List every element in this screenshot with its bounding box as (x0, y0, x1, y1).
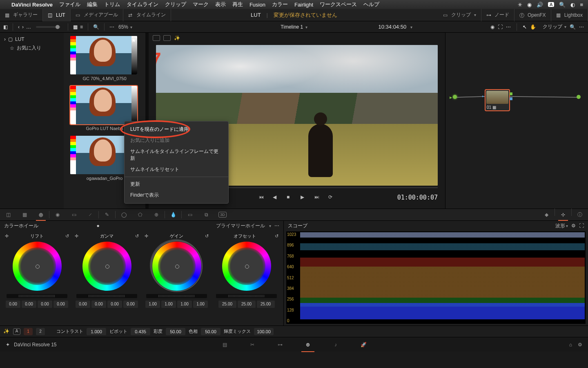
list-view-icon[interactable]: ≡ (80, 24, 83, 30)
page-2-tab[interactable]: 2 (36, 328, 45, 335)
spotlight-icon[interactable]: 🔍 (559, 2, 566, 8)
lut-tab[interactable]: ◫LUT (43, 9, 71, 21)
ctx-update-thumbnail[interactable]: サムネイルをタイムラインフレームで更新 (125, 146, 228, 164)
waveform-scope[interactable]: 10238967686405123842561280 (286, 231, 586, 324)
contrast-value[interactable]: 1.000 (87, 328, 106, 335)
nav-fwd-icon[interactable]: › (22, 24, 24, 30)
gain-master-slider[interactable] (146, 294, 207, 298)
step-back-icon[interactable]: ◀ (273, 194, 279, 201)
gain-y[interactable]: 1.00 (145, 301, 160, 308)
mediapool-tab[interactable]: ▭メディアプール (71, 9, 123, 21)
menu-mark[interactable]: マーク (193, 1, 209, 8)
nodes-options-icon[interactable]: ⋯ (579, 24, 584, 30)
scope-mode-dropdown[interactable]: 波形▾ (555, 222, 568, 229)
lut-thumb[interactable]: ★ GC 70%_4.MVI_0750 (70, 36, 139, 81)
menu-fusion[interactable]: Fusion (249, 2, 265, 8)
gamma-r[interactable]: 0.00 (91, 301, 106, 308)
wheels-mode-dropdown[interactable]: プライマリーホイール▾⋯ (216, 222, 279, 229)
offset-master-slider[interactable] (216, 294, 277, 298)
viewer-mode-2-icon[interactable] (163, 35, 171, 41)
nav-back-icon[interactable]: ‹ (18, 24, 20, 30)
menu-view[interactable]: 表示 (215, 1, 226, 8)
color-node[interactable]: ▸ 01▦ (485, 89, 510, 111)
page-1-tab[interactable]: 1 (24, 328, 33, 335)
nodes-zoom-icon[interactable]: 🔍 (570, 24, 576, 30)
keyframes-icon[interactable]: ◆ (538, 209, 555, 221)
menu-color[interactable]: カラー (272, 1, 288, 8)
gamma-g[interactable]: 0.00 (107, 301, 122, 308)
sidebar-toggle-icon[interactable]: ◧ (3, 24, 8, 30)
curves-icon[interactable]: ⟋ (82, 209, 98, 221)
rgb-mixer-icon[interactable]: ◉ (49, 209, 66, 221)
search-icon[interactable]: 🔍 (93, 24, 99, 30)
fairlight-page-icon[interactable]: ♪ (332, 341, 340, 349)
media-page-icon[interactable]: ▤ (220, 341, 229, 349)
menu-workspace[interactable]: ワークスペース (320, 1, 357, 8)
nodes-tab[interactable]: ⊶ノード (481, 9, 514, 21)
color-page-icon[interactable]: ⊛ (304, 341, 312, 349)
blur-icon[interactable]: 💧 (165, 209, 181, 221)
tracker-icon[interactable]: ⊕ (148, 209, 165, 221)
color-wheels-icon[interactable]: ◎ (33, 209, 49, 221)
gamma-color-wheel[interactable] (82, 242, 131, 291)
saturation-value[interactable]: 50.00 (166, 328, 185, 335)
edit-page-icon[interactable]: ✂ (248, 341, 256, 349)
menu-help[interactable]: ヘルプ (363, 1, 379, 8)
reset-icon[interactable]: ↺ (205, 233, 209, 239)
ctx-reset-thumbnail[interactable]: サムネイルをリセット (125, 164, 228, 175)
volume-icon[interactable]: 🔊 (537, 2, 543, 8)
options-icon[interactable]: ⋯ (109, 24, 114, 30)
thumb-size-slider[interactable] (36, 26, 60, 28)
input-badge[interactable]: A (548, 2, 554, 7)
lift-color-wheel[interactable] (13, 242, 62, 291)
gain-color-wheel[interactable] (152, 242, 201, 291)
camera-raw-icon[interactable]: ◫ (0, 209, 16, 221)
menu-clip[interactable]: クリップ (165, 1, 186, 8)
menu-playback[interactable]: 再生 (232, 1, 243, 8)
siri-icon[interactable]: ◐ (570, 2, 575, 8)
sizing-icon[interactable]: ⧉ (198, 209, 214, 221)
auto-a-icon[interactable]: A (13, 328, 20, 335)
lift-master-slider[interactable] (7, 294, 67, 298)
first-frame-icon[interactable]: ⏮ (259, 194, 265, 201)
lift-g[interactable]: 0.00 (38, 301, 52, 308)
breadcrumb[interactable]: … (26, 24, 31, 30)
app-name[interactable]: DaVinci Resolve (11, 2, 53, 8)
clips-tab[interactable]: ▭クリップ▾ (438, 9, 481, 21)
auto-adjust-icon[interactable]: ✨ (3, 328, 10, 335)
viewer-options-icon[interactable]: ⋯ (506, 24, 511, 30)
page-dot-icon[interactable]: ● (97, 223, 100, 229)
bluetooth-icon[interactable]: ⚹ (518, 1, 522, 8)
gamma-master-slider[interactable] (76, 294, 137, 298)
hue-value[interactable]: 50.00 (201, 328, 220, 335)
lummix-value[interactable]: 100.00 (254, 328, 274, 335)
node-graph[interactable]: ▸ ▸ 01▦ (445, 43, 588, 209)
sidebar-lut-root[interactable]: ›▢LUT (4, 35, 60, 43)
graph-output-icon[interactable] (577, 95, 581, 99)
magic-wand-icon[interactable]: ✨ (174, 35, 180, 41)
notification-icon[interactable]: ≡ (580, 2, 583, 8)
offset-color-wheel[interactable] (222, 242, 271, 291)
reset-icon[interactable]: ↺ (275, 233, 278, 239)
timeline-name[interactable]: Timeline 1 ▾ (281, 24, 307, 30)
gain-g[interactable]: 1.00 (177, 301, 192, 308)
key-icon[interactable]: ▭ (182, 209, 198, 221)
nodes-clips-dropdown[interactable]: クリップ ▾ (543, 23, 566, 30)
picker-icon[interactable]: ✛ (5, 233, 9, 239)
reset-icon[interactable]: ↺ (65, 233, 69, 239)
menu-edit[interactable]: 編集 (87, 1, 98, 8)
home-icon[interactable]: ⌂ (569, 342, 572, 348)
ctx-apply-lut[interactable]: LUTを現在のノードに適用 (125, 124, 228, 135)
wheels-options-icon[interactable]: ⋯ (274, 223, 279, 229)
menu-file[interactable]: ファイル (59, 1, 80, 8)
menu-trim[interactable]: トリム (104, 1, 120, 8)
project-settings-icon[interactable]: ⚙ (578, 342, 582, 348)
qualifier-icon[interactable]: ✎ (99, 209, 115, 221)
timeline-tab[interactable]: ⇄タイムライン (123, 9, 171, 21)
offset-g[interactable]: 25.00 (238, 301, 256, 308)
motion-effects-icon[interactable]: ▭ (66, 209, 82, 221)
offset-r[interactable]: 25.00 (218, 301, 236, 308)
step-fwd-icon[interactable]: ⏭ (314, 194, 321, 201)
transport-timecode[interactable]: 01:00:00:07 (397, 194, 438, 201)
3d-icon[interactable]: 3D (214, 209, 231, 221)
